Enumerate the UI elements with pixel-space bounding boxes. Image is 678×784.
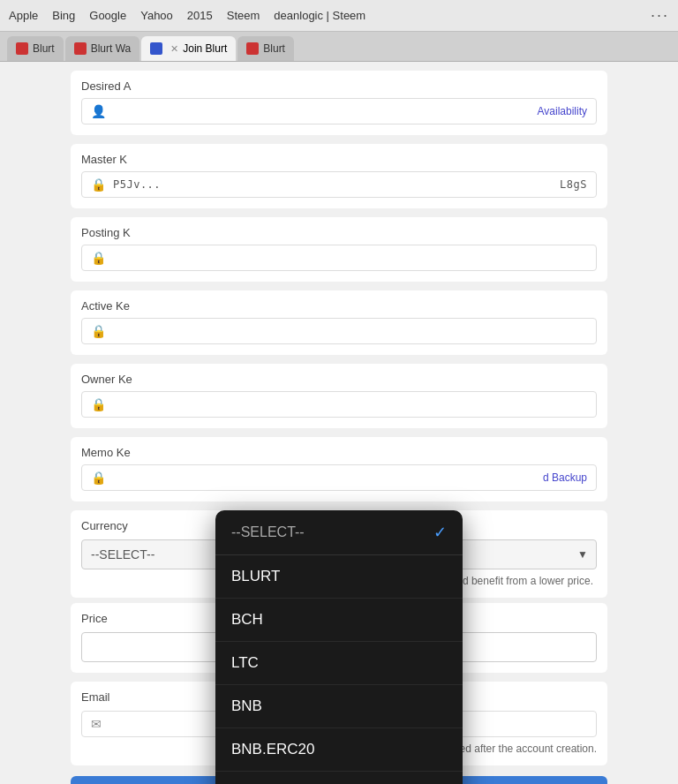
currency-dropdown-overlay: --SELECT-- ✓ BLURT BCH LTC BNB BNB.ERC20… [215, 510, 463, 784]
dropdown-item-bnb[interactable]: BNB [215, 685, 463, 728]
posting-key-input[interactable] [113, 251, 587, 265]
lock-icon-memo: 🔒 [91, 471, 106, 485]
browser-link-deanlogic[interactable]: deanlogic | Steem [274, 9, 365, 22]
tab-blurt-2[interactable]: Blurt [237, 36, 294, 61]
master-key-value: P5Jv... [113, 178, 347, 191]
desired-account-group: Desired A 👤 Availability [71, 71, 607, 135]
page-content: Desired A 👤 Availability Master K 🔒 P5Jv… [0, 62, 678, 784]
browser-bar: Apple Bing Google Yahoo 2015 Steem deanl… [0, 0, 678, 32]
tab-blurt-1[interactable]: Blurt [7, 36, 64, 61]
master-key-group: Master K 🔒 P5Jv... L8gS [71, 144, 607, 208]
dropdown-header: --SELECT-- ✓ [215, 510, 463, 555]
memo-key-group: Memo Ke 🔒 d Backup [71, 437, 607, 501]
posting-key-label: Posting K [81, 226, 597, 239]
desired-account-label: Desired A [81, 79, 597, 93]
tab-close-join-blurt[interactable]: ✕ [170, 43, 178, 55]
owner-key-input[interactable] [113, 397, 587, 411]
browser-link-google[interactable]: Google [89, 9, 126, 22]
browser-menu-dots[interactable]: ··· [651, 6, 669, 25]
desired-account-input[interactable] [113, 104, 531, 118]
memo-key-label: Memo Ke [81, 446, 597, 459]
dropdown-item-blurt[interactable]: BLURT [215, 555, 463, 599]
master-key-label: Master K [81, 153, 597, 166]
owner-key-group: Owner Ke 🔒 [71, 364, 607, 428]
browser-link-yahoo[interactable]: Yahoo [140, 9, 173, 22]
tab-label-blurt2: Blurt [263, 42, 285, 55]
check-availability-button[interactable]: Availability [538, 105, 587, 117]
dropdown-title: --SELECT-- [231, 524, 305, 540]
posting-key-group: Posting K 🔒 [71, 217, 607, 282]
lock-icon-posting: 🔒 [91, 251, 106, 265]
master-key-suffix: L8gS [354, 178, 588, 191]
owner-key-label: Owner Ke [81, 373, 597, 386]
user-icon: 👤 [91, 104, 106, 118]
desired-account-row: 👤 Availability [81, 98, 597, 124]
download-backup-button[interactable]: d Backup [543, 471, 587, 484]
dropdown-item-bnberc20[interactable]: BNB.ERC20 [215, 728, 463, 772]
currency-container: Currency --SELECT-- BLURT BCH LTC BNB BN… [71, 510, 607, 598]
tab-favicon-blurt2 [246, 42, 259, 55]
memo-key-input[interactable] [113, 471, 536, 485]
lock-icon-owner: 🔒 [91, 397, 106, 411]
dropdown-item-dai[interactable]: DAI [215, 772, 463, 784]
tab-label-blurt1: Blurt [33, 42, 55, 55]
posting-key-row: 🔒 [81, 245, 597, 271]
master-key-row: 🔒 P5Jv... L8gS [81, 171, 597, 198]
tab-label-blurt-wallet: Blurt Wa [91, 42, 132, 55]
email-icon: ✉ [91, 717, 102, 731]
lock-icon-active: 🔒 [91, 324, 106, 338]
tab-favicon-blurt1 [16, 42, 28, 55]
tab-blurt-wallet[interactable]: Blurt Wa [65, 36, 140, 61]
tab-favicon-blurt-wallet [74, 42, 87, 55]
browser-link-bing[interactable]: Bing [52, 9, 75, 22]
tab-favicon-join-blurt [150, 42, 162, 55]
memo-key-row: 🔒 d Backup [81, 464, 597, 491]
active-key-row: 🔒 [81, 318, 597, 344]
tab-bar: Blurt Blurt Wa ✕ Join Blurt Blurt [0, 32, 678, 62]
lock-icon-master: 🔒 [91, 177, 106, 192]
active-key-label: Active Ke [81, 299, 597, 313]
dropdown-check-icon[interactable]: ✓ [433, 523, 447, 542]
tab-label-join-blurt: Join Blurt [183, 42, 227, 55]
dropdown-item-bch[interactable]: BCH [215, 599, 463, 642]
owner-key-row: 🔒 [81, 391, 597, 418]
dropdown-item-ltc[interactable]: LTC [215, 642, 463, 685]
active-key-group: Active Ke 🔒 [71, 290, 607, 355]
browser-link-2015[interactable]: 2015 [187, 9, 213, 22]
form-section: Desired A 👤 Availability Master K 🔒 P5Jv… [0, 62, 678, 784]
browser-link-apple[interactable]: Apple [9, 9, 38, 22]
tab-join-blurt[interactable]: ✕ Join Blurt [141, 36, 236, 61]
browser-link-steem[interactable]: Steem [227, 9, 260, 22]
active-key-input[interactable] [113, 324, 587, 338]
